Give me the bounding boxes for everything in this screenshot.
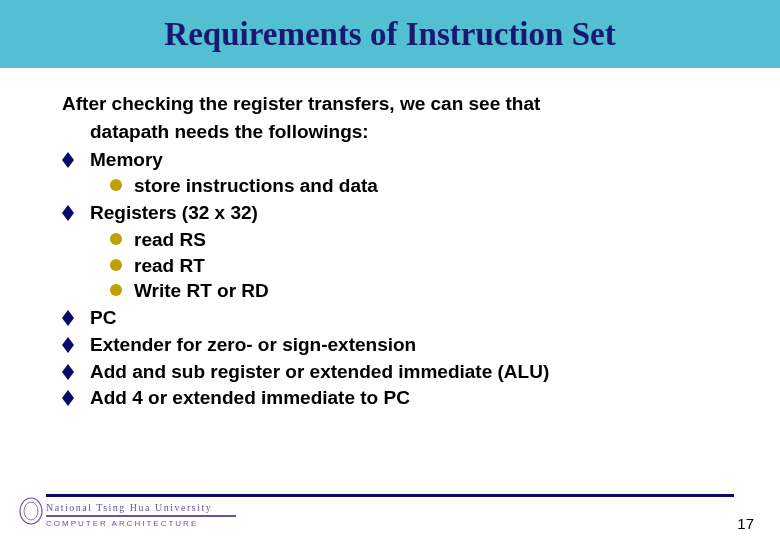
svg-marker-5 [62, 390, 74, 406]
footer-underline [46, 515, 236, 517]
diamond-bullet-icon [62, 310, 80, 326]
diamond-bullet-icon [62, 205, 80, 221]
list-item: Memory [62, 148, 724, 172]
intro-line-2: datapath needs the followings: [90, 120, 724, 144]
university-emblem-icon [18, 496, 44, 526]
diamond-bullet-icon [62, 390, 80, 406]
list-subitem: Write RT or RD [110, 279, 724, 303]
item-alu: Add and sub register or extended immedia… [90, 360, 549, 384]
list-item: Extender for zero- or sign-extension [62, 333, 724, 357]
subitem-registers-c: Write RT or RD [134, 279, 269, 303]
page-number: 17 [737, 515, 754, 532]
item-pc: PC [90, 306, 116, 330]
list-subitem: read RS [110, 228, 724, 252]
disc-bullet-icon [110, 259, 122, 271]
subitem-registers-a: read RS [134, 228, 206, 252]
department-name: COMPUTER ARCHITECTURE [46, 519, 236, 528]
disc-bullet-icon [110, 284, 122, 296]
list-subitem: store instructions and data [110, 174, 724, 198]
svg-point-7 [24, 502, 38, 520]
title-bar: Requirements of Instruction Set [0, 0, 780, 68]
diamond-bullet-icon [62, 364, 80, 380]
diamond-bullet-icon [62, 337, 80, 353]
diamond-bullet-icon [62, 152, 80, 168]
svg-marker-4 [62, 364, 74, 380]
disc-bullet-icon [110, 233, 122, 245]
list-item: Registers (32 x 32) [62, 201, 724, 225]
disc-bullet-icon [110, 179, 122, 191]
list-item: Add 4 or extended immediate to PC [62, 386, 724, 410]
list-item: Add and sub register or extended immedia… [62, 360, 724, 384]
item-memory: Memory [90, 148, 163, 172]
subitem-memory-a: store instructions and data [134, 174, 378, 198]
svg-marker-3 [62, 337, 74, 353]
footer-divider [46, 494, 734, 497]
item-extender: Extender for zero- or sign-extension [90, 333, 416, 357]
slide-content: After checking the register transfers, w… [0, 68, 780, 410]
item-adder: Add 4 or extended immediate to PC [90, 386, 410, 410]
list-subitem: read RT [110, 254, 724, 278]
slide-title: Requirements of Instruction Set [164, 16, 615, 53]
footer-logo-block: National Tsing Hua University COMPUTER A… [46, 502, 236, 528]
list-item: PC [62, 306, 724, 330]
university-name: National Tsing Hua University [46, 502, 236, 513]
slide-footer: National Tsing Hua University COMPUTER A… [0, 494, 780, 540]
intro-line-1: After checking the register transfers, w… [62, 92, 724, 116]
svg-marker-2 [62, 310, 74, 326]
subitem-registers-b: read RT [134, 254, 205, 278]
svg-marker-1 [62, 205, 74, 221]
item-registers: Registers (32 x 32) [90, 201, 258, 225]
svg-marker-0 [62, 152, 74, 168]
